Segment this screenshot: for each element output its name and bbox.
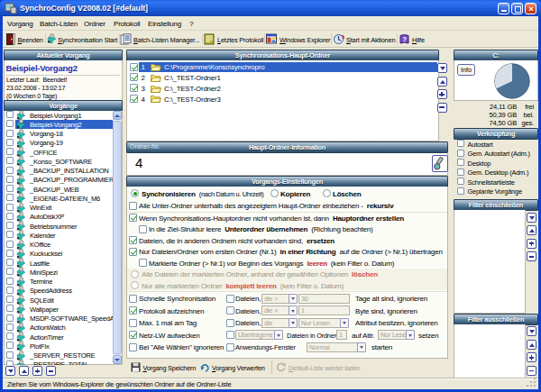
svg-text:?: ? [402,35,407,43]
